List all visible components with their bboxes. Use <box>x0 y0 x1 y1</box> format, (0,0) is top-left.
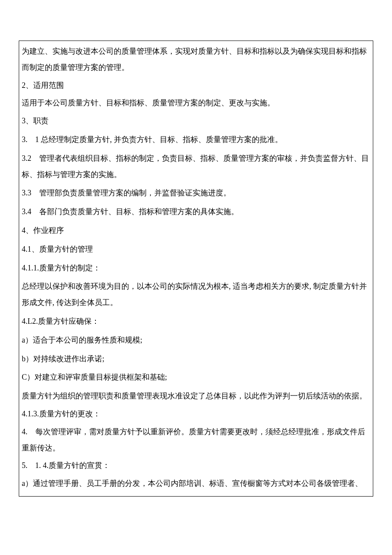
page: 为建立、实施与改进本公司的质量管理体系，实现对质量方针、目标和指标以及为确保实现… <box>0 0 392 548</box>
subsection-heading: 4.1、质量方针的管理 <box>22 239 370 258</box>
paragraph: 4.1.3.质量方针的更改： <box>22 404 370 422</box>
paragraph: 3.4 各部门负责质量方针、目标、指标和管理方案的具体实施。 <box>22 201 370 220</box>
paragraph: 3.3 管理部负责质量管理方案的编制，并监督验证实施进度。 <box>22 183 370 201</box>
paragraph: 总经理以保护和改善环境为目的，以本公司的实际情况为根本, 适当考虑相关方的要求,… <box>22 276 370 311</box>
list-item: b）对持续改进作出承诺; <box>22 349 370 367</box>
content-box: 为建立、实施与改进本公司的质量管理体系，实现对质量方针、目标和指标以及为确保实现… <box>19 41 373 497</box>
paragraph: 4.1.1.质量方针的制定： <box>22 258 370 276</box>
section-heading: 4、作业程序 <box>22 220 370 239</box>
list-item: C）对建立和评审质量目标提供框架和基础; <box>22 367 370 386</box>
paragraph: 3.2 管理者代表组织目标、指标的制定，负责目标、指标、质量管理方案的审核，并负… <box>22 148 370 183</box>
paragraph: 3. 1 总经理制定质量方针, 并负责方针、目标、指标、质量管理方案的批准。 <box>22 129 370 148</box>
section-heading: 3、职责 <box>22 111 370 129</box>
paragraph: 5. 1. 4.质量方针的宣贯： <box>22 456 370 474</box>
paragraph: a）通过管理手册、员工手册的分发，本公司内部培训、标语、宣传橱窗等方式对本公司各… <box>22 474 370 492</box>
paragraph: 适用于本公司质量方针、目标和指标、质量管理方案的制定、更改与实施。 <box>22 93 370 111</box>
section-heading: 2、适用范围 <box>22 76 370 94</box>
paragraph: 4.L2.质量方针应确保： <box>22 311 370 330</box>
list-item: a）适合于本公司的服务性质和规模; <box>22 330 370 349</box>
paragraph: 4. 每次管理评审，需对质量方针予以重新评价。质量方针需要更改时，须经总经理批准… <box>22 422 370 456</box>
paragraph: 为建立、实施与改进本公司的质量管理体系，实现对质量方针、目标和指标以及为确保实现… <box>22 41 370 76</box>
paragraph: 质量方针为组织的管理职责和质量管理表现水准设定了总体目标，以此作为评判一切后续活… <box>22 386 370 404</box>
